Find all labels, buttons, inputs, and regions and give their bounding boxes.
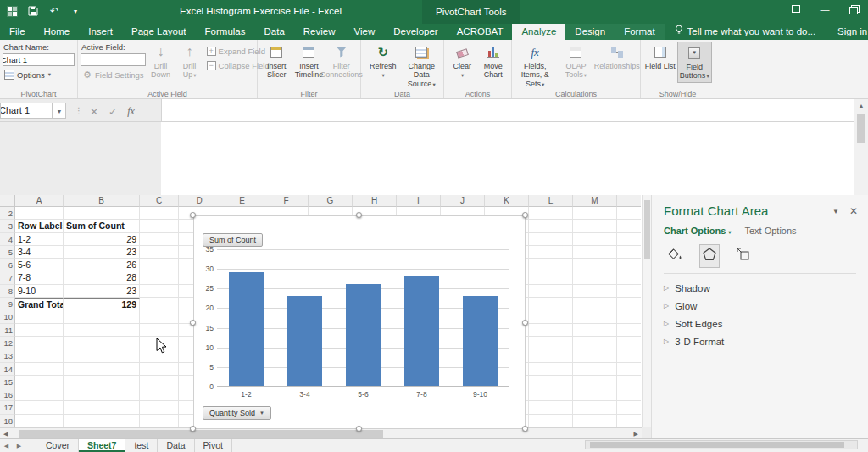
cell-M12[interactable] (573, 337, 617, 349)
pane-section-shadow[interactable]: ▷Shadow (664, 279, 856, 297)
row-header-8[interactable]: 8 (0, 285, 15, 298)
cell-M5[interactable] (573, 246, 617, 259)
pane-tab-chart-options[interactable]: Chart Options ▾ (664, 226, 731, 236)
cell-L14[interactable] (529, 363, 573, 376)
column-header-M[interactable]: M (573, 195, 617, 207)
cell-B9[interactable]: 129 (64, 298, 140, 310)
cell-C7[interactable] (140, 271, 179, 284)
cell-B6[interactable]: 26 (64, 259, 140, 271)
column-header-I[interactable]: I (397, 195, 441, 207)
row-header-6[interactable]: 6 (0, 259, 15, 271)
ribbon-tab-review[interactable]: Review (294, 24, 345, 40)
bar-9-10[interactable] (463, 296, 498, 386)
minimize-icon[interactable]: — (819, 4, 831, 14)
axis-field-button[interactable]: Quantity Sold▼ (203, 406, 271, 420)
column-header-C[interactable]: C (140, 195, 179, 207)
cell-A17[interactable] (15, 401, 64, 414)
drill-up-button[interactable]: ↑ Drill Up▾ (176, 42, 203, 81)
sheet-tab-test[interactable]: test (125, 439, 158, 452)
cell-M7[interactable] (573, 271, 617, 284)
field-list-button[interactable]: Field List (643, 42, 677, 72)
chart-handle-s[interactable] (356, 426, 362, 432)
cell-L9[interactable] (529, 298, 573, 310)
row-header-18[interactable]: 18 (0, 415, 15, 427)
column-header-L[interactable]: L (529, 195, 573, 207)
fields-items-sets-button[interactable]: fx Fields, Items, & Sets▾ (515, 42, 555, 90)
cell-A13[interactable] (15, 349, 64, 362)
ribbon-tab-data[interactable]: Data (255, 24, 294, 40)
cell-L3[interactable] (529, 220, 573, 232)
cell-B8[interactable]: 23 (64, 285, 140, 298)
cell-M3[interactable] (573, 220, 617, 232)
cell-L4[interactable] (529, 233, 573, 246)
cell-L8[interactable] (529, 285, 573, 298)
field-settings-button[interactable]: ⚙ Field Settings (81, 68, 146, 81)
ribbon-tab-page-layout[interactable]: Page Layout (122, 24, 196, 40)
save-icon[interactable] (26, 4, 40, 18)
row-header-2[interactable]: 2 (0, 207, 15, 220)
cell-B15[interactable] (64, 376, 140, 388)
sheet-tab-sheet7[interactable]: Sheet7 (79, 439, 125, 452)
ribbon-tab-insert[interactable]: Insert (79, 24, 122, 40)
cell-A11[interactable] (15, 324, 64, 337)
sheet-nav-right-icon[interactable]: ▶ (13, 439, 25, 452)
cell-B14[interactable] (64, 363, 140, 376)
cell-L7[interactable] (529, 271, 573, 284)
size-properties-icon[interactable] (733, 244, 754, 268)
cell-A4[interactable]: 1-2 (15, 233, 64, 246)
cell-B16[interactable] (64, 388, 140, 401)
cell-A7[interactable]: 7-8 (15, 271, 64, 284)
chart-handle-sw[interactable] (190, 426, 196, 432)
sign-in-button[interactable]: Sign in (826, 24, 868, 40)
cell-L11[interactable] (529, 324, 573, 337)
qat-customize-icon[interactable]: ▾ (69, 4, 82, 18)
column-header-G[interactable]: G (309, 195, 353, 207)
cell-C3[interactable] (140, 220, 179, 232)
cell-B10[interactable] (64, 310, 140, 323)
cell-M15[interactable] (573, 376, 617, 388)
cell-C8[interactable] (140, 285, 179, 298)
cancel-icon[interactable]: ✕ (90, 106, 98, 118)
ribbon-tab-analyze[interactable]: Analyze (512, 24, 565, 40)
expand-chevron-icon[interactable]: ▷ (664, 302, 669, 310)
cell-C15[interactable] (140, 376, 179, 388)
select-all-corner[interactable] (0, 195, 15, 207)
row-header-4[interactable]: 4 (0, 233, 15, 246)
undo-icon[interactable]: ↶ (47, 4, 61, 18)
ribbon-tab-format[interactable]: Format (615, 24, 664, 40)
clear-button[interactable]: Clear▾ (447, 42, 478, 81)
cell-B13[interactable] (64, 349, 140, 362)
expand-chevron-icon[interactable]: ▷ (664, 338, 669, 345)
cell-B12[interactable] (64, 337, 140, 349)
cell-C9[interactable] (140, 298, 179, 310)
row-header-3[interactable]: 3 (0, 220, 15, 232)
horizontal-scroll-thumb[interactable] (19, 430, 383, 438)
pane-close-icon[interactable]: ✕ (849, 205, 858, 217)
axis-field-dropdown-icon[interactable]: ▼ (259, 410, 264, 416)
name-box[interactable]: Chart 1 (0, 103, 53, 119)
relationships-button[interactable]: Relationships (597, 42, 637, 72)
bar-7-8[interactable] (404, 276, 439, 386)
vertical-scrollbar[interactable]: ▲ (854, 99, 868, 195)
cell-L17[interactable] (529, 401, 573, 414)
row-header-13[interactable]: 13 (0, 349, 15, 362)
scroll-right-icon[interactable]: ▶ (634, 429, 638, 438)
pivot-chart[interactable]: Sum of Count 05101520253035 1-23-45-67-8… (193, 215, 526, 429)
cell-M13[interactable] (573, 349, 617, 362)
cell-C14[interactable] (140, 363, 179, 376)
active-field-input[interactable] (81, 53, 146, 66)
expand-chevron-icon[interactable]: ▷ (664, 284, 669, 292)
cell-M14[interactable] (573, 363, 617, 376)
sheet-nav-left-icon[interactable]: ◀ (0, 439, 13, 452)
column-header-D[interactable]: D (179, 195, 220, 207)
cell-B11[interactable] (64, 324, 140, 337)
row-header-9[interactable]: 9 (0, 298, 15, 310)
grid-vertical-scrollbar[interactable] (642, 195, 651, 427)
row-header-10[interactable]: 10 (0, 310, 15, 323)
refresh-button[interactable]: ↻ Refresh▾ (364, 42, 403, 81)
cell-M4[interactable] (573, 233, 617, 246)
row-header-16[interactable]: 16 (0, 388, 15, 401)
enter-icon[interactable]: ✓ (108, 106, 117, 118)
pane-section-glow[interactable]: ▷Glow (664, 297, 856, 315)
row-header-11[interactable]: 11 (0, 324, 15, 337)
